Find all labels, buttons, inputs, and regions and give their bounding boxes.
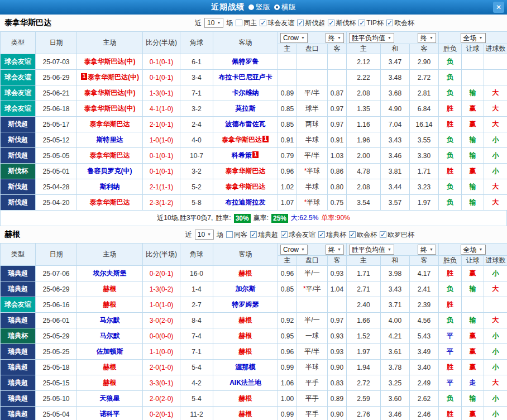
radio-horizontal-icon[interactable] — [274, 4, 280, 10]
match-count-select[interactable]: 10▼ — [204, 18, 223, 28]
filter-checkbox-1-4[interactable]: 欧会杯 — [349, 230, 377, 240]
team-name-link[interactable]: 泰拿华斯巴达 — [222, 136, 262, 144]
team-header-bar: 泰拿华斯巴达近10▼场同主球会友谊斯伐超斯伐杯TIP杯欧会杯 — [0, 15, 507, 31]
single-rate: 单率:90% — [321, 213, 350, 223]
league-type-badge: 瑞典超 — [1, 344, 36, 360]
col-header-euro-draw: 和 — [381, 44, 410, 54]
score-halftime: 3-0(2-0) — [143, 313, 180, 328]
col-header-result: 胜负 — [439, 256, 462, 266]
filter-checkbox-0-5[interactable]: 欧会杯 — [386, 18, 414, 28]
filter-checkbox-0-2[interactable]: 斯伐超 — [297, 18, 325, 28]
team-name-link[interactable]: 泰拿华斯巴达 — [90, 198, 130, 206]
team-name-link[interactable]: 赫根 — [103, 300, 117, 308]
team-name-link[interactable]: 泰拿华斯巴达(中) — [84, 104, 136, 112]
team-name-link[interactable]: 斯利纳 — [100, 183, 120, 190]
checkbox-icon[interactable] — [358, 20, 365, 26]
checkbox-icon[interactable] — [349, 231, 356, 238]
team-name-link[interactable]: 莫拉斯 — [236, 104, 256, 112]
close-icon[interactable]: ✕ — [493, 2, 504, 13]
scope-dropdown[interactable]: 全场▼ — [461, 245, 486, 255]
team-name-link[interactable]: 泰拿华斯巴达(中) — [88, 73, 139, 81]
radio-vertical-icon[interactable] — [248, 4, 254, 10]
match-count-select[interactable]: 10▼ — [195, 230, 214, 240]
checkbox-icon[interactable] — [386, 20, 393, 26]
team-name-link[interactable]: 赫根 — [239, 269, 252, 277]
filter-checkbox-1-2[interactable]: 球会友谊 — [281, 230, 315, 240]
col-header-goals: 进球数 — [484, 44, 507, 54]
euro-odds-draw: 3.71 — [381, 297, 410, 313]
team-name-link[interactable]: 鲁容贝罗克(中) — [88, 167, 132, 175]
checkbox-icon[interactable] — [260, 20, 266, 26]
odds-final-dropdown[interactable]: 终▼ — [326, 33, 344, 43]
team-name-link[interactable]: 布拉卡巴尼亚卢卡 — [219, 73, 272, 81]
team-name-link[interactable]: 赫根 — [239, 347, 252, 355]
team-name-link[interactable]: 布拉迪斯拉发 — [226, 198, 266, 206]
checkbox-icon[interactable] — [226, 231, 233, 238]
chevron-down-icon: ▼ — [301, 34, 305, 42]
europe-final-dropdown[interactable]: 终▼ — [418, 33, 436, 43]
asian-odds-home — [278, 70, 297, 85]
team-name-link[interactable]: 渥那模 — [236, 363, 256, 371]
filter-checkbox-0-1[interactable]: 球会友谊 — [260, 18, 294, 28]
checkbox-label: 球会友谊 — [289, 230, 315, 240]
match-row: 瑞典超25-06-29赫根1-3(0-2)1-4加尔斯0.85*平/半1.042… — [1, 281, 507, 297]
europe-average-dropdown[interactable]: 胜平负均值▼ — [349, 33, 394, 43]
team-name-link[interactable]: 波德布雷佐瓦 — [226, 120, 266, 128]
filter-checkbox-1-5[interactable]: 欧罗巴杯 — [380, 230, 414, 240]
filter-checkbox-1-1[interactable]: 瑞典超 — [250, 230, 278, 240]
team-name-link[interactable]: 特罗姆瑟 — [232, 300, 259, 308]
checkbox-icon[interactable] — [297, 20, 304, 26]
team-name-link[interactable]: 马尔默 — [100, 332, 120, 340]
filter-checkbox-0-4[interactable]: TIP杯 — [358, 18, 384, 28]
home-team-cell: 佐加顿斯 — [77, 344, 143, 360]
checkbox-icon[interactable] — [236, 20, 242, 26]
team-name-link[interactable]: 赫根 — [103, 285, 117, 293]
layout-option-horizontal[interactable]: 横版 — [274, 2, 296, 12]
odds-final-dropdown[interactable]: 终▼ — [326, 245, 344, 255]
scope-dropdown[interactable]: 全场▼ — [461, 33, 486, 43]
team-name-link[interactable]: 泰拿华斯巴达 — [90, 120, 130, 128]
team-name-link[interactable]: 佐加顿斯 — [97, 347, 123, 355]
team-name-link[interactable]: 斯特里达 — [97, 136, 123, 144]
col-header-euro-away: 客 — [410, 44, 439, 54]
team-name-link[interactable]: 马尔默 — [100, 316, 120, 324]
team-name-link[interactable]: 赫根 — [239, 332, 252, 340]
layout-option-vertical[interactable]: 竖版 — [248, 2, 270, 12]
team-name-link[interactable]: 泰拿华斯巴达 — [226, 183, 266, 190]
checkbox-icon[interactable] — [380, 231, 386, 238]
checkbox-icon[interactable] — [250, 231, 257, 238]
team-name-link[interactable]: 科希策 — [232, 151, 252, 159]
team-name-link[interactable]: AIK法兰地 — [229, 379, 261, 386]
euro-odds-draw: 3.47 — [381, 54, 410, 70]
team-name-link[interactable]: 埃尔夫斯堡 — [93, 269, 127, 277]
checkbox-icon[interactable] — [281, 231, 288, 238]
result-handicap: 赢 — [462, 164, 484, 179]
team-name-link[interactable]: 赫根 — [239, 316, 252, 324]
team-name-link[interactable]: 天狼星 — [100, 394, 120, 402]
team-name-link[interactable]: 诺科平 — [100, 410, 120, 418]
home-team-cell: 泰拿华斯巴达(中) — [77, 54, 143, 70]
team-name-link[interactable]: 赫根 — [103, 379, 117, 386]
team-name-link[interactable]: 佩特罗鲁 — [232, 58, 259, 65]
europe-final-dropdown[interactable]: 终▼ — [418, 245, 436, 255]
team-name-link[interactable]: 赫根 — [103, 363, 117, 371]
team-name-link[interactable]: 泰拿华斯巴达 — [226, 167, 266, 175]
filter-checkbox-0-3[interactable]: 斯伐杯 — [328, 18, 356, 28]
team-name-link[interactable]: 加尔斯 — [236, 285, 256, 293]
team-name-link[interactable]: 泰拿华斯巴达(中) — [84, 58, 136, 65]
europe-average-dropdown[interactable]: 胜平负均值▼ — [349, 245, 394, 255]
corner-count: 5-4 — [180, 391, 213, 407]
checkbox-icon[interactable] — [318, 231, 325, 238]
team-name-link[interactable]: 卡尔维纳 — [232, 89, 259, 97]
checkbox-icon[interactable] — [328, 20, 334, 26]
filter-checkbox-0-0[interactable]: 同主 — [236, 18, 257, 28]
odds-source-dropdown[interactable]: Crow▼ — [280, 33, 308, 43]
odds-source-dropdown[interactable]: Crow▼ — [280, 245, 308, 255]
team-name-link[interactable]: 赫根 — [239, 410, 252, 418]
filter-checkbox-1-3[interactable]: 瑞典杯 — [318, 230, 346, 240]
team-name-link[interactable]: 赫根 — [239, 394, 252, 402]
team-name-link[interactable]: 泰拿华斯巴达(中) — [84, 89, 136, 97]
team-name-link[interactable]: 泰拿华斯巴达 — [90, 151, 130, 159]
filter-checkbox-1-0[interactable]: 同客 — [226, 230, 247, 240]
match-row: 瑞典超25-07-06埃尔夫斯堡0-2(0-1)16-0赫根0.96半/一0.9… — [1, 266, 507, 281]
